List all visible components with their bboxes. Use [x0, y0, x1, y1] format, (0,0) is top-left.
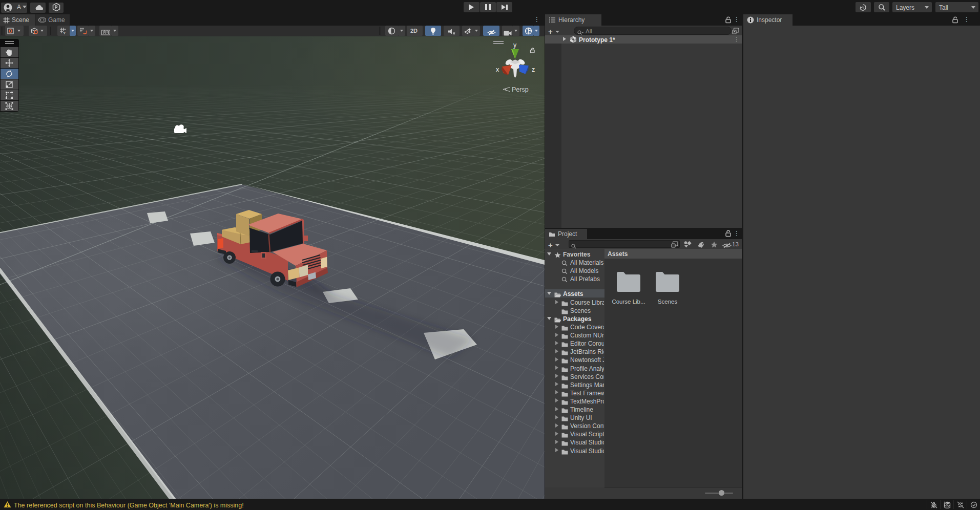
svg-text:z: z	[532, 66, 535, 73]
svg-text:Y: Y	[63, 31, 66, 34]
svg-text:Persp: Persp	[512, 86, 529, 93]
svg-text:x: x	[496, 66, 499, 73]
svg-text:y: y	[513, 41, 517, 49]
